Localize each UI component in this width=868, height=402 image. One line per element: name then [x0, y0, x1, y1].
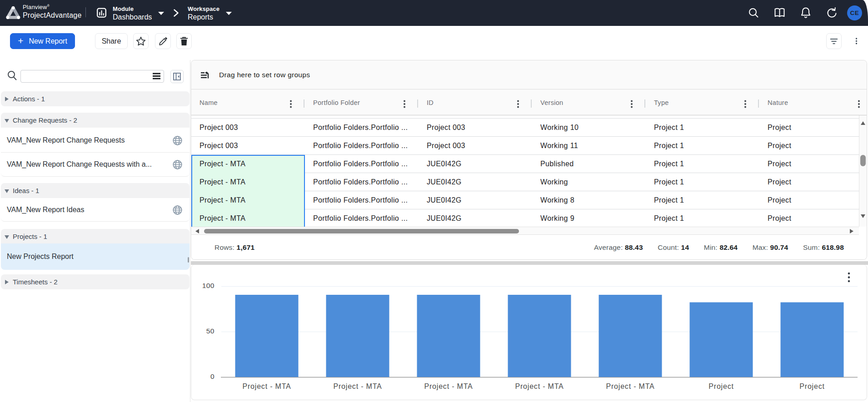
- svg-text:Project - MTA: Project - MTA: [606, 382, 654, 390]
- svg-text:0: 0: [210, 372, 215, 380]
- svg-text:Project - MTA: Project - MTA: [515, 382, 564, 390]
- svg-text:50: 50: [206, 327, 215, 335]
- svg-text:100: 100: [202, 282, 215, 289]
- svg-text:Project - MTA: Project - MTA: [242, 382, 291, 390]
- svg-text:Project - MTA: Project - MTA: [424, 382, 473, 390]
- svg-text:Project: Project: [799, 382, 824, 390]
- svg-text:Project - MTA: Project - MTA: [333, 382, 382, 390]
- svg-text:Project: Project: [708, 382, 733, 390]
